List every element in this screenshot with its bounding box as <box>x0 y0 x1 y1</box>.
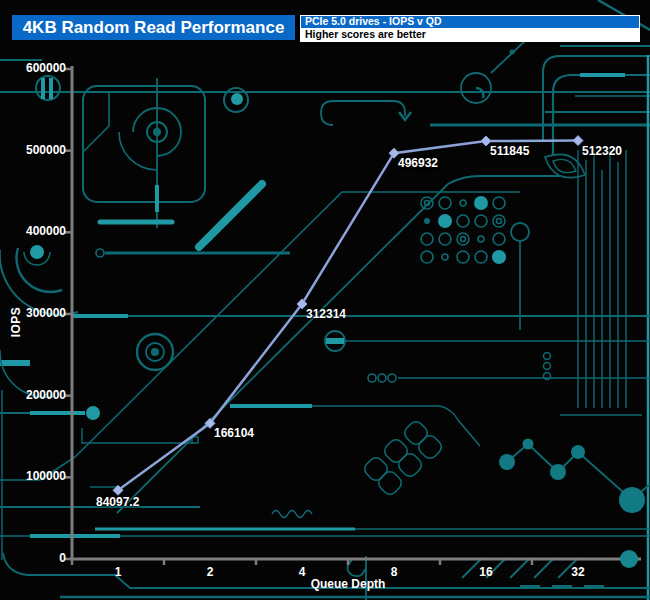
iops-line-chart <box>0 0 650 600</box>
axis-end-node <box>620 550 638 568</box>
performance-line-series <box>113 136 583 496</box>
chart-page: 4KB Random Read Performance PCIe 5.0 dri… <box>0 0 650 600</box>
chart-info-box: PCIe 5.0 drives - IOPS v QD Higher score… <box>300 15 640 42</box>
chart-note: Higher scores are better <box>301 29 639 41</box>
data-point-marker <box>573 136 583 146</box>
axis-ticks <box>64 69 624 565</box>
performance-line <box>118 141 578 491</box>
data-point-marker <box>481 136 491 146</box>
page-title: 4KB Random Read Performance <box>12 15 295 40</box>
